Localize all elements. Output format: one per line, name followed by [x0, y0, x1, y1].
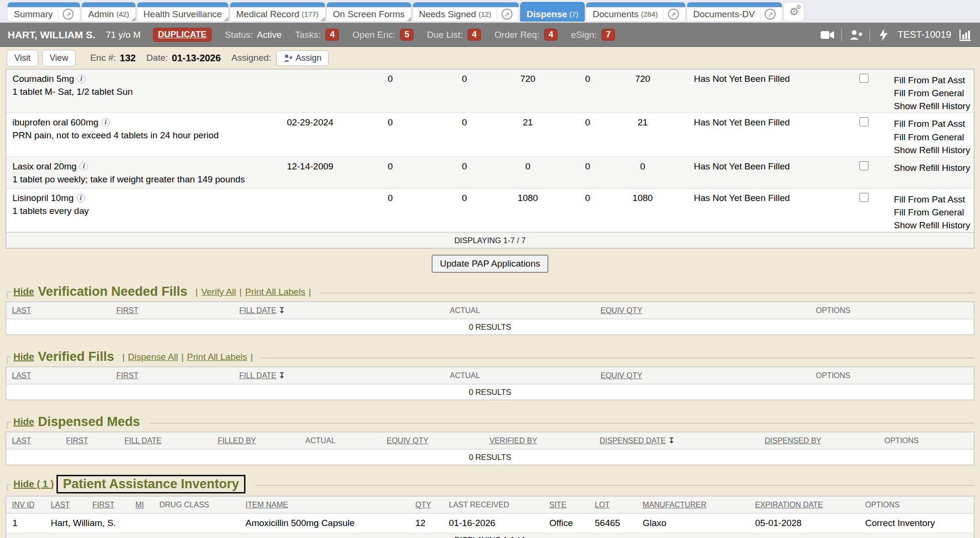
view-button[interactable]: View	[42, 50, 76, 67]
hide-dispensed-link[interactable]: Hide	[13, 416, 34, 427]
dropdown-fold-icon[interactable]	[224, 17, 228, 21]
col-first[interactable]: FIRST	[116, 306, 138, 314]
col-equiv-qty[interactable]: EQUIV QTY	[387, 437, 428, 445]
tab-dispense[interactable]: Dispense (7)	[521, 2, 585, 21]
col-inv-id[interactable]: INV ID	[12, 501, 34, 509]
tab-documents-dv[interactable]: Documents-DV ↗	[687, 2, 782, 21]
add-user-icon[interactable]	[848, 29, 863, 41]
video-camera-icon[interactable]	[820, 29, 835, 41]
col-fill-date[interactable]: FILL DATE	[124, 437, 161, 445]
col-item-name[interactable]: ITEM NAME	[245, 501, 288, 509]
col-site[interactable]: SITE	[549, 501, 567, 509]
col-drug-class: DRUG CLASS	[159, 501, 209, 509]
fill-from-pat-asst-link[interactable]: Fill From Pat Asst	[894, 74, 974, 87]
expiration-date: 05-01-2028	[755, 513, 865, 533]
correct-inventory-link[interactable]: Correct Inventory	[865, 513, 974, 533]
med-qty: 0	[346, 157, 434, 188]
paging-row: DISPLAYING 1-1 / 1	[6, 533, 974, 538]
med-qty: 0	[346, 69, 434, 113]
col-fill-date[interactable]: FILL DATE	[239, 306, 276, 314]
item-name: Amoxicillin 500mg Capsule	[245, 513, 415, 533]
hide-verification-link[interactable]: Hide	[13, 286, 34, 297]
tasks-count-badge[interactable]: 4	[325, 29, 339, 41]
dropdown-fold-icon[interactable]	[321, 17, 325, 21]
show-refill-history-link[interactable]: Show Refill History	[894, 161, 974, 174]
col-first[interactable]: FIRST	[66, 437, 88, 445]
col-lot[interactable]: LOT	[595, 501, 610, 509]
col-expiration-date[interactable]: EXPIRATION DATE	[755, 501, 823, 509]
dispense-screen: Summary ↗ Admin (42) Health Surveillance	[0, 0, 980, 538]
show-refill-history-link[interactable]: Show Refill History	[894, 100, 974, 112]
tab-summary[interactable]: Summary ↗	[8, 2, 80, 21]
divider	[497, 9, 497, 20]
tab-label: On Screen Forms	[333, 9, 405, 20]
tab-admin[interactable]: Admin (42)	[82, 2, 135, 21]
patient-bar-actions: TEST-10019	[820, 28, 972, 42]
col-last[interactable]: LAST	[12, 371, 31, 380]
open-enc-count-badge[interactable]: 5	[400, 29, 413, 41]
col-manufacturer[interactable]: MANUFACTURER	[643, 501, 706, 509]
info-icon[interactable]: i	[101, 118, 110, 127]
fill-from-general-link[interactable]: Fill From General	[894, 87, 974, 100]
show-refill-history-link[interactable]: Show Refill History	[894, 144, 974, 157]
info-icon[interactable]: i	[79, 162, 88, 171]
col-fill-date[interactable]: FILL DATE	[239, 371, 276, 380]
fill-from-general-link[interactable]: Fill From General	[894, 131, 974, 144]
col-equiv-qty[interactable]: EQUIV QTY	[601, 306, 642, 314]
esign-count-badge[interactable]: 7	[601, 29, 615, 41]
show-refill-history-link[interactable]: Show Refill History	[894, 219, 974, 232]
col-dispensed-by[interactable]: DISPENSED BY	[765, 437, 821, 445]
lightning-icon[interactable]	[877, 29, 891, 41]
med-options: Fill From Pat Asst Fill From General Sho…	[887, 188, 974, 232]
col-dispensed-date[interactable]: DISPENSED DATE	[600, 437, 666, 445]
visit-button[interactable]: Visit	[7, 50, 38, 67]
med-select-checkbox[interactable]	[859, 74, 869, 83]
open-new-window-icon[interactable]: ↗	[63, 9, 74, 20]
duplicate-badge[interactable]: DUPLICATE	[153, 28, 212, 42]
verify-all-link[interactable]: Verify All	[201, 287, 236, 297]
col-equiv-qty[interactable]: EQUIV QTY	[601, 371, 642, 380]
open-new-window-icon[interactable]: ↗	[501, 9, 512, 20]
tab-needs-signed[interactable]: Needs Signed (12) ↗	[413, 2, 519, 21]
med-select-checkbox[interactable]	[859, 117, 869, 126]
dispense-all-link[interactable]: Dispense All	[128, 352, 178, 362]
tab-medical-record[interactable]: Medical Record (177)	[230, 2, 325, 21]
assign-button[interactable]: Assign	[276, 50, 329, 66]
col-mi[interactable]: MI	[135, 501, 144, 509]
col-last[interactable]: LAST	[51, 501, 70, 509]
col-verified-by[interactable]: VERIFIED BY	[490, 437, 537, 445]
fill-status: Has Not Yet Been Filled	[671, 157, 841, 188]
order-req-count-badge[interactable]: 4	[544, 29, 557, 41]
update-pap-applications-button[interactable]: Update PAP Applications	[432, 255, 548, 273]
tab-documents[interactable]: Documents (284) ↗	[586, 2, 685, 21]
info-icon[interactable]: i	[77, 75, 86, 83]
col-first[interactable]: FIRST	[116, 371, 138, 380]
col-last[interactable]: LAST	[12, 306, 31, 314]
med-select-checkbox[interactable]	[859, 193, 869, 202]
fill-from-general-link[interactable]: Fill From General	[894, 206, 974, 219]
tab-health-surveillance[interactable]: Health Surveillance	[137, 2, 228, 21]
tab-on-screen-forms[interactable]: On Screen Forms	[327, 2, 411, 21]
hide-pai-link[interactable]: Hide ( 1 )	[13, 479, 54, 490]
fill-from-pat-asst-link[interactable]: Fill From Pat Asst	[894, 117, 974, 130]
bar-chart-icon[interactable]	[958, 29, 972, 41]
open-new-window-icon[interactable]: ↗	[765, 9, 776, 20]
col-filled-by[interactable]: FILLED BY	[218, 437, 256, 445]
due-list-count-badge[interactable]: 4	[468, 29, 481, 41]
col-qty[interactable]: QTY	[415, 501, 431, 509]
settings-button[interactable]: ⚙ ⚙	[784, 2, 804, 21]
fill-from-pat-asst-link[interactable]: Fill From Pat Asst	[894, 193, 974, 206]
hide-verified-link[interactable]: Hide	[13, 351, 34, 362]
open-new-window-icon[interactable]: ↗	[668, 9, 679, 20]
info-icon[interactable]: i	[77, 194, 85, 202]
print-all-labels-link[interactable]: Print All Labels	[187, 352, 247, 362]
tab-cap	[137, 2, 228, 7]
divider	[760, 9, 760, 20]
dropdown-fold-icon[interactable]	[131, 17, 135, 21]
col-first[interactable]: FIRST	[92, 501, 114, 509]
print-all-labels-link[interactable]: Print All Labels	[245, 287, 305, 297]
col-last[interactable]: LAST	[12, 437, 31, 445]
med-select-checkbox[interactable]	[859, 161, 869, 170]
manufacturer: Glaxo	[643, 513, 755, 533]
dropdown-fold-icon[interactable]	[407, 17, 411, 21]
